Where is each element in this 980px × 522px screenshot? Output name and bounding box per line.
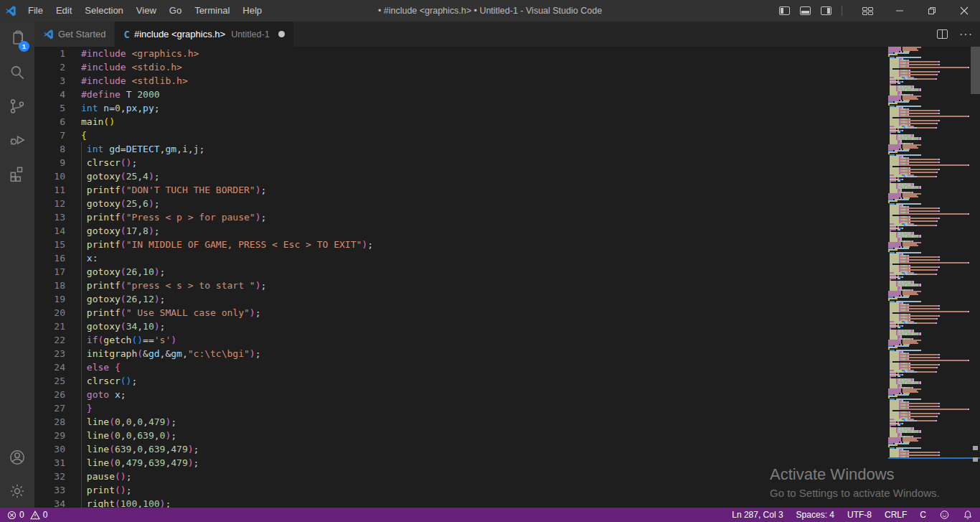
code-line[interactable]: 19 gotoxy(26,12);	[34, 292, 888, 306]
cursor-position-indicator[interactable]: Ln 287, Col 3	[732, 510, 783, 520]
code-line[interactable]: 18 printf("press < s > to start ");	[34, 279, 888, 292]
code-text[interactable]: printf("Press < p > for pause");	[81, 210, 266, 224]
code-line[interactable]: 3#include <stdlib.h>	[34, 74, 888, 88]
code-text[interactable]: goto x;	[81, 388, 126, 401]
close-button[interactable]	[948, 0, 980, 22]
menu-item-view[interactable]: View	[130, 0, 163, 22]
code-line[interactable]: 24 else {	[34, 360, 888, 374]
sidebar-item-search[interactable]	[0, 55, 34, 89]
code-text[interactable]: gotoxy(34,10);	[81, 320, 165, 333]
code-text[interactable]: gotoxy(17,8);	[81, 224, 160, 238]
code-line[interactable]: 28 line(0,0,0,479);	[34, 415, 888, 429]
code-line[interactable]: 25 clrscr();	[34, 374, 888, 388]
code-text[interactable]: right(100,100);	[81, 497, 171, 508]
code-line[interactable]: 9 clrscr();	[34, 156, 888, 169]
feedback-icon[interactable]	[939, 510, 950, 520]
settings-gear-icon[interactable]	[0, 474, 34, 508]
code-text[interactable]: {	[81, 129, 87, 142]
customize-layout-icon[interactable]	[862, 7, 873, 15]
tab-get-started[interactable]: Get Started	[34, 22, 115, 47]
code-text[interactable]: initgraph(&gd,&gm,"c:\tc\bgi");	[81, 347, 260, 360]
code-text[interactable]: printf("IN MIDDLE OF GAME, PRESS < Esc >…	[81, 238, 373, 251]
encoding-indicator[interactable]: UTF-8	[847, 510, 872, 520]
sidebar-item-extensions[interactable]	[0, 157, 34, 190]
split-editor-icon[interactable]	[937, 29, 948, 39]
code-line[interactable]: 2#include <stdio.h>	[34, 60, 888, 74]
code-line[interactable]: 22 if(getch()=='s')	[34, 333, 888, 347]
code-text[interactable]: x:	[81, 251, 98, 265]
indentation-indicator[interactable]: Spaces: 4	[796, 510, 834, 520]
tab-active-untitled[interactable]: C#include <graphics.h>Untitled-1	[115, 22, 293, 47]
code-text[interactable]: gotoxy(26,10);	[81, 265, 165, 279]
code-line[interactable]: 27 }	[34, 401, 888, 415]
toggle-secondary-sidebar-icon[interactable]	[821, 6, 831, 15]
code-line[interactable]: 32 pause();	[34, 470, 888, 483]
code-text[interactable]: #define T 2000	[81, 88, 160, 101]
more-actions-icon[interactable]: ···	[959, 31, 973, 38]
code-line[interactable]: 6main()	[34, 115, 888, 129]
sidebar-item-run-and-debug[interactable]	[0, 123, 34, 157]
code-line[interactable]: 20 printf(" Use SMALL case only");	[34, 306, 888, 320]
eol-indicator[interactable]: CRLF	[885, 510, 907, 520]
code-text[interactable]: gotoxy(25,6);	[81, 197, 160, 210]
code-text[interactable]: gotoxy(25,4);	[81, 169, 160, 183]
code-text[interactable]: int gd=DETECT,gm,i,j;	[81, 142, 204, 156]
code-line[interactable]: 13 printf("Press < p > for pause");	[34, 210, 888, 224]
code-line[interactable]: 34 right(100,100);	[34, 497, 888, 508]
code-line[interactable]: 1#include <graphics.h>	[34, 47, 888, 60]
code-text[interactable]: print();	[81, 483, 131, 497]
code-text[interactable]: line(639,0,639,479);	[81, 442, 199, 456]
restore-button[interactable]	[915, 0, 948, 22]
code-editor[interactable]: 1#include <graphics.h>2#include <stdio.h…	[34, 47, 888, 508]
code-text[interactable]: #include <stdio.h>	[81, 60, 182, 74]
code-text[interactable]: line(0,0,0,479);	[81, 415, 176, 429]
code-line[interactable]: 5int n=0,px,py;	[34, 101, 888, 115]
code-text[interactable]: printf("press < s > to start ");	[81, 279, 266, 292]
toggle-panel-icon[interactable]	[800, 6, 811, 15]
code-text[interactable]: main()	[81, 115, 115, 129]
menu-item-go[interactable]: Go	[163, 0, 188, 22]
code-text[interactable]: else {	[81, 360, 121, 374]
menu-item-selection[interactable]: Selection	[78, 0, 129, 22]
scrollbar-slider[interactable]	[971, 47, 980, 94]
menu-item-edit[interactable]: Edit	[50, 0, 78, 22]
notifications-bell-icon[interactable]	[963, 510, 973, 520]
code-text[interactable]: }	[81, 401, 93, 415]
code-line[interactable]: 10 gotoxy(25,4);	[34, 169, 888, 183]
code-line[interactable]: 23 initgraph(&gd,&gm,"c:\tc\bgi");	[34, 347, 888, 360]
code-line[interactable]: 21 gotoxy(34,10);	[34, 320, 888, 333]
problems-indicator[interactable]: 0 0	[7, 510, 47, 520]
code-line[interactable]: 30 line(639,0,639,479);	[34, 442, 888, 456]
code-text[interactable]: line(0,479,639,479);	[81, 456, 199, 470]
code-line[interactable]: 8 int gd=DETECT,gm,i,j;	[34, 142, 888, 156]
code-line[interactable]: 29 line(0,0,639,0);	[34, 429, 888, 442]
code-text[interactable]: #include <stdlib.h>	[81, 74, 188, 88]
code-line[interactable]: 15 printf("IN MIDDLE OF GAME, PRESS < Es…	[34, 238, 888, 251]
menu-item-help[interactable]: Help	[236, 0, 268, 22]
code-line[interactable]: 4#define T 2000	[34, 88, 888, 101]
code-text[interactable]: if(getch()=='s')	[81, 333, 176, 347]
accounts-icon[interactable]	[0, 440, 34, 474]
code-text[interactable]: printf("DON'T TUCH THE BORDER");	[81, 183, 266, 197]
menu-item-terminal[interactable]: Terminal	[188, 0, 236, 22]
menu-item-file[interactable]: File	[22, 0, 50, 22]
code-text[interactable]: printf(" Use SMALL case only");	[81, 306, 260, 320]
modified-dot-icon[interactable]	[278, 31, 285, 37]
editor-scrollbar[interactable]	[970, 47, 980, 508]
code-text[interactable]: int n=0,px,py;	[81, 101, 160, 115]
code-line[interactable]: 14 gotoxy(17,8);	[34, 224, 888, 238]
code-line[interactable]: 31 line(0,479,639,479);	[34, 456, 888, 470]
code-line[interactable]: 17 gotoxy(26,10);	[34, 265, 888, 279]
code-line[interactable]: 7{	[34, 129, 888, 142]
code-line[interactable]: 16 x:	[34, 251, 888, 265]
code-text[interactable]: line(0,0,639,0);	[81, 429, 176, 442]
toggle-primary-sidebar-icon[interactable]	[779, 6, 790, 15]
code-text[interactable]: pause();	[81, 470, 131, 483]
minimize-button[interactable]	[883, 0, 915, 22]
minimap[interactable]	[888, 47, 970, 457]
code-text[interactable]: gotoxy(26,12);	[81, 292, 165, 306]
code-line[interactable]: 11 printf("DON'T TUCH THE BORDER");	[34, 183, 888, 197]
code-line[interactable]: 26 goto x;	[34, 388, 888, 401]
language-mode-indicator[interactable]: C	[920, 510, 926, 520]
sidebar-item-source-control[interactable]	[0, 89, 34, 123]
